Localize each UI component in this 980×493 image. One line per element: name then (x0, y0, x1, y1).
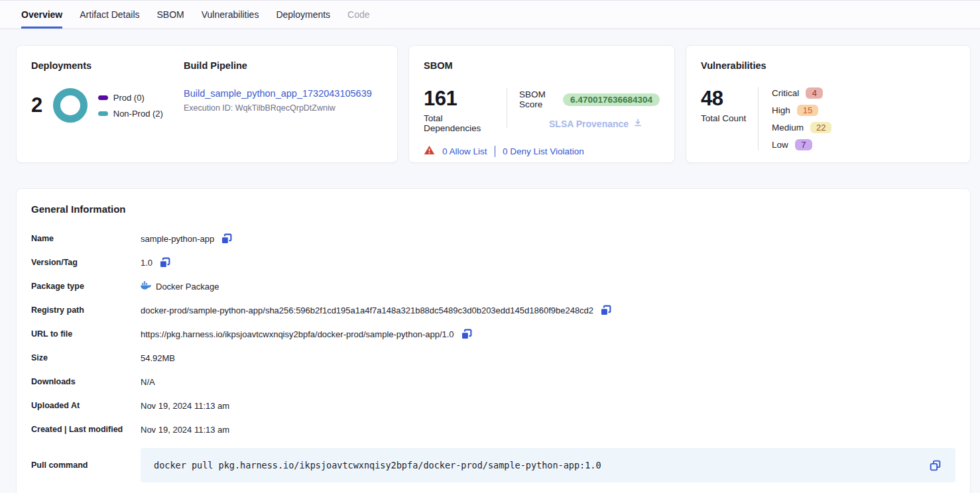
registry-path-value: docker-prod/sample-python-app/sha256:596… (141, 305, 593, 315)
tab-sbom[interactable]: SBOM (157, 1, 184, 28)
copy-url-button[interactable] (460, 328, 473, 341)
row-size: Size 54.92MB (31, 346, 955, 370)
sbom-score-block: SBOM Score 6.470017636684304 SLSA Proven… (519, 87, 660, 133)
size-value: 54.92MB (141, 353, 175, 363)
deployments-donut-chart (53, 88, 88, 123)
build-pipeline-section: Build Pipeline Build_sample_python_app_1… (184, 60, 383, 150)
slsa-provenance-label: SLSA Provenance (549, 119, 629, 129)
legend-item-prod: Prod (0) (98, 93, 163, 103)
row-version-tag: Version/Tag 1.0 (31, 250, 955, 274)
low-count-badge: 7 (795, 139, 812, 150)
tab-overview[interactable]: Overview (21, 1, 62, 28)
pull-command-label: Pull command (31, 461, 141, 470)
version-tag-value: 1.0 (141, 258, 153, 268)
created-modified-value: Nov 19, 2024 11:13 am (141, 425, 229, 435)
vulnerabilities-total: 48 (701, 87, 758, 111)
row-downloads: Downloads N/A (31, 370, 955, 394)
tab-code: Code (347, 1, 369, 28)
url-to-file-value: https://pkg.harness.io/ikpsjoavtcwxnqisy… (141, 329, 454, 339)
download-icon (633, 118, 643, 129)
downloads-value: N/A (141, 377, 155, 387)
name-value: sample-python-app (141, 234, 214, 244)
sbom-divider (507, 88, 507, 128)
version-tag-label: Version/Tag (31, 258, 141, 267)
tab-bar: Overview Artifact Details SBOM Vulnerabi… (0, 0, 980, 29)
links-divider (495, 146, 496, 157)
legend-item-nonprod: Non-Prod (2) (98, 109, 163, 119)
slsa-provenance-link[interactable]: SLSA Provenance (549, 118, 660, 129)
sbom-title: SBOM (424, 60, 660, 71)
sbom-total-label: Total Dependencies (424, 113, 495, 133)
pull-command-value: docker pull pkg.harness.io/ikpsjoavtcwxn… (154, 460, 928, 470)
critical-count-badge: 4 (806, 87, 823, 99)
package-type-value: Docker Package (156, 282, 219, 292)
copy-registry-path-button[interactable] (599, 304, 612, 317)
nonprod-legend-label: Non-Prod (2) (113, 109, 163, 119)
medium-count-badge: 22 (810, 122, 831, 133)
severity-row-medium: Medium 22 (772, 121, 831, 133)
deployments-legend: Prod (0) Non-Prod (2) (98, 93, 163, 119)
row-created-modified: Created | Last modified Nov 19, 2024 11:… (31, 417, 955, 441)
uploaded-at-value: Nov 19, 2024 11:13 am (141, 401, 229, 411)
row-package-type: Package type Docker Package (31, 274, 955, 298)
low-label: Low (772, 140, 788, 150)
general-information-card: General Information Name sample-python-a… (16, 188, 971, 493)
name-label: Name (31, 234, 141, 243)
copy-pull-command-button[interactable] (928, 459, 942, 472)
allow-list-link[interactable]: 0 Allow List (442, 146, 487, 156)
vulnerabilities-total-label: Total Count (701, 113, 758, 123)
page-content: Deployments 2 Prod (0) Non-Prod (2) (0, 29, 980, 493)
deployments-total: 2 (31, 93, 42, 117)
sbom-score-label: SBOM Score (519, 89, 556, 109)
row-name: Name sample-python-app (31, 227, 955, 250)
build-pipeline-title: Build Pipeline (184, 60, 383, 71)
vulnerabilities-divider (758, 87, 759, 150)
severity-row-high: High 15 (772, 104, 831, 116)
deployments-card: Deployments 2 Prod (0) Non-Prod (2) (16, 45, 398, 163)
critical-label: Critical (772, 88, 799, 98)
row-registry-path: Registry path docker-prod/sample-python-… (31, 298, 955, 322)
summary-cards-row: Deployments 2 Prod (0) Non-Prod (2) (16, 45, 971, 163)
high-count-badge: 15 (797, 105, 818, 116)
tab-artifact-details[interactable]: Artifact Details (80, 1, 139, 28)
vulnerabilities-total-block: 48 Total Count (701, 87, 758, 150)
registry-path-label: Registry path (31, 305, 141, 315)
general-information-title: General Information (31, 203, 955, 215)
downloads-label: Downloads (31, 377, 141, 386)
vulnerabilities-card: Vulnerabilities 48 Total Count Critical … (686, 45, 971, 163)
severity-row-critical: Critical 4 (772, 87, 831, 99)
vulnerabilities-title: Vulnerabilities (701, 60, 955, 71)
warning-triangle-icon (424, 145, 435, 158)
tab-vulnerabilities[interactable]: Vulnerabilities (202, 1, 259, 28)
prod-legend-label: Prod (0) (113, 93, 145, 103)
copy-name-button[interactable] (220, 233, 233, 245)
execution-id: Execution ID: WqkTilbBRqecQrpDtZwniw (184, 103, 383, 113)
docker-icon (141, 281, 151, 292)
pull-command-box: docker pull pkg.harness.io/ikpsjoavtcwxn… (141, 448, 955, 482)
deployments-title: Deployments (31, 60, 184, 71)
package-type-label: Package type (31, 282, 141, 291)
row-url-to-file: URL to file https://pkg.harness.io/ikpsj… (31, 322, 955, 346)
tab-deployments[interactable]: Deployments (276, 1, 330, 28)
high-label: High (772, 105, 790, 115)
deny-list-link[interactable]: 0 Deny List Violation (503, 146, 584, 156)
prod-legend-swatch (98, 95, 108, 100)
copy-version-button[interactable] (158, 256, 171, 269)
deployments-section: Deployments 2 Prod (0) Non-Prod (2) (31, 60, 184, 150)
created-modified-label: Created | Last modified (31, 425, 141, 434)
row-pull-command: Pull command docker pull pkg.harness.io/… (31, 448, 955, 482)
medium-label: Medium (772, 123, 804, 133)
severity-list: Critical 4 High 15 Medium 22 Low 7 (772, 87, 831, 150)
pipeline-link[interactable]: Build_sample_python_app_1732043105639 (184, 88, 372, 99)
sbom-card: SBOM 161 Total Dependencies SBOM Score 6… (408, 45, 675, 163)
uploaded-at-label: Uploaded At (31, 401, 141, 410)
sbom-score-badge: 6.470017636684304 (563, 93, 660, 106)
size-label: Size (31, 353, 141, 362)
url-to-file-label: URL to file (31, 329, 141, 339)
sbom-total: 161 (424, 87, 495, 111)
sbom-total-block: 161 Total Dependencies (424, 87, 495, 133)
nonprod-legend-swatch (98, 111, 108, 116)
row-uploaded-at: Uploaded At Nov 19, 2024 11:13 am (31, 394, 955, 417)
severity-row-low: Low 7 (772, 138, 831, 150)
